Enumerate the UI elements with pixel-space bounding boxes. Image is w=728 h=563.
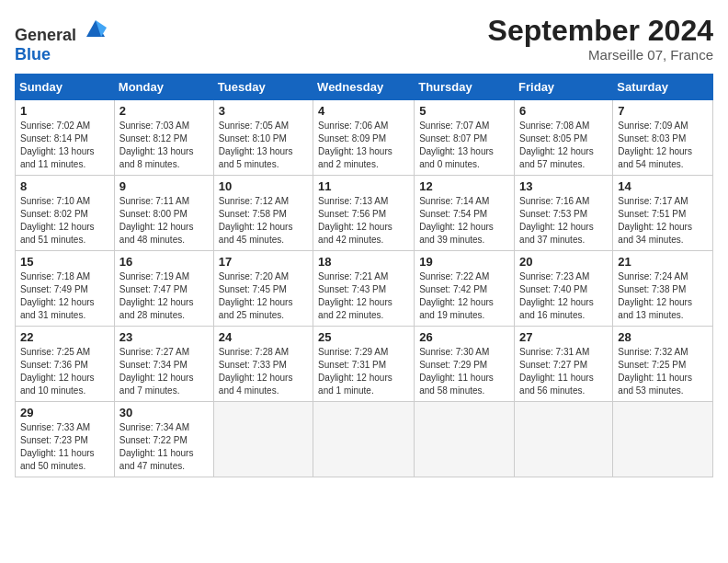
calendar-week-row: 29 Sunrise: 7:33 AM Sunset: 7:23 PM Dayl… — [16, 402, 713, 477]
day-detail: Sunrise: 7:09 AM Sunset: 8:03 PM Dayligh… — [618, 120, 708, 171]
day-number: 19 — [419, 255, 509, 269]
calendar-cell — [613, 402, 713, 477]
calendar-cell: 17 Sunrise: 7:20 AM Sunset: 7:45 PM Dayl… — [213, 251, 313, 327]
calendar-cell: 26 Sunrise: 7:30 AM Sunset: 7:29 PM Dayl… — [415, 327, 515, 402]
day-detail: Sunrise: 7:03 AM Sunset: 8:12 PM Dayligh… — [119, 120, 209, 171]
calendar-cell: 2 Sunrise: 7:03 AM Sunset: 8:12 PM Dayli… — [114, 100, 213, 176]
day-number: 26 — [419, 330, 509, 344]
day-detail: Sunrise: 7:16 AM Sunset: 7:53 PM Dayligh… — [519, 195, 608, 247]
day-detail: Sunrise: 7:13 AM Sunset: 7:56 PM Dayligh… — [318, 195, 409, 247]
col-tuesday: Tuesday — [213, 75, 313, 100]
location: Marseille 07, France — [488, 47, 713, 63]
day-number: 15 — [20, 255, 109, 269]
col-monday: Monday — [114, 75, 213, 100]
day-number: 14 — [618, 179, 708, 193]
calendar-cell: 13 Sunrise: 7:16 AM Sunset: 7:53 PM Dayl… — [515, 176, 613, 251]
day-number: 16 — [119, 255, 209, 269]
day-detail: Sunrise: 7:20 AM Sunset: 7:45 PM Dayligh… — [219, 270, 308, 322]
calendar-cell: 23 Sunrise: 7:27 AM Sunset: 7:34 PM Dayl… — [114, 327, 213, 402]
calendar-cell: 5 Sunrise: 7:07 AM Sunset: 8:07 PM Dayli… — [415, 100, 515, 176]
calendar-cell: 14 Sunrise: 7:17 AM Sunset: 7:51 PM Dayl… — [613, 176, 713, 251]
calendar-week-row: 8 Sunrise: 7:10 AM Sunset: 8:02 PM Dayli… — [16, 176, 713, 251]
day-number: 8 — [20, 179, 109, 193]
day-detail: Sunrise: 7:18 AM Sunset: 7:49 PM Dayligh… — [20, 270, 109, 322]
calendar-cell: 15 Sunrise: 7:18 AM Sunset: 7:49 PM Dayl… — [16, 251, 115, 327]
day-number: 2 — [119, 104, 209, 118]
day-detail: Sunrise: 7:08 AM Sunset: 8:05 PM Dayligh… — [519, 120, 608, 171]
day-detail: Sunrise: 7:27 AM Sunset: 7:34 PM Dayligh… — [119, 346, 209, 397]
day-number: 29 — [20, 406, 109, 419]
calendar-cell: 12 Sunrise: 7:14 AM Sunset: 7:54 PM Dayl… — [415, 176, 515, 251]
day-detail: Sunrise: 7:33 AM Sunset: 7:23 PM Dayligh… — [20, 421, 109, 473]
logo-text-general: General — [15, 26, 76, 44]
calendar-cell: 1 Sunrise: 7:02 AM Sunset: 8:14 PM Dayli… — [16, 100, 115, 176]
day-detail: Sunrise: 7:34 AM Sunset: 7:22 PM Dayligh… — [119, 421, 209, 473]
logo: General Blue — [15, 15, 108, 64]
calendar-week-row: 22 Sunrise: 7:25 AM Sunset: 7:36 PM Dayl… — [16, 327, 713, 402]
day-detail: Sunrise: 7:02 AM Sunset: 8:14 PM Dayligh… — [20, 120, 109, 171]
calendar-cell: 25 Sunrise: 7:29 AM Sunset: 7:31 PM Dayl… — [313, 327, 415, 402]
day-detail: Sunrise: 7:06 AM Sunset: 8:09 PM Dayligh… — [318, 120, 409, 171]
calendar-cell: 9 Sunrise: 7:11 AM Sunset: 8:00 PM Dayli… — [114, 176, 213, 251]
day-number: 24 — [219, 330, 308, 344]
calendar-header-row: Sunday Monday Tuesday Wednesday Thursday… — [16, 75, 713, 100]
calendar-cell: 7 Sunrise: 7:09 AM Sunset: 8:03 PM Dayli… — [613, 100, 713, 176]
calendar-cell: 22 Sunrise: 7:25 AM Sunset: 7:36 PM Dayl… — [16, 327, 115, 402]
day-detail: Sunrise: 7:05 AM Sunset: 8:10 PM Dayligh… — [219, 120, 308, 171]
day-number: 11 — [318, 179, 409, 193]
day-number: 3 — [219, 104, 308, 118]
day-number: 10 — [219, 179, 308, 193]
day-number: 25 — [318, 330, 409, 344]
month-title: September 2024 — [488, 15, 713, 47]
col-wednesday: Wednesday — [313, 75, 415, 100]
logo-icon — [83, 15, 108, 40]
calendar-cell — [213, 402, 313, 477]
day-number: 1 — [20, 104, 109, 118]
calendar-cell — [515, 402, 613, 477]
calendar-cell: 29 Sunrise: 7:33 AM Sunset: 7:23 PM Dayl… — [16, 402, 115, 477]
day-number: 4 — [318, 104, 409, 118]
calendar-cell: 8 Sunrise: 7:10 AM Sunset: 8:02 PM Dayli… — [16, 176, 115, 251]
day-detail: Sunrise: 7:22 AM Sunset: 7:42 PM Dayligh… — [419, 270, 509, 322]
day-number: 9 — [119, 179, 209, 193]
day-detail: Sunrise: 7:23 AM Sunset: 7:40 PM Dayligh… — [519, 270, 608, 322]
day-number: 12 — [419, 179, 509, 193]
calendar-cell: 19 Sunrise: 7:22 AM Sunset: 7:42 PM Dayl… — [415, 251, 515, 327]
calendar-cell: 10 Sunrise: 7:12 AM Sunset: 7:58 PM Dayl… — [213, 176, 313, 251]
calendar-cell: 21 Sunrise: 7:24 AM Sunset: 7:38 PM Dayl… — [613, 251, 713, 327]
day-number: 20 — [519, 255, 608, 269]
calendar-table: Sunday Monday Tuesday Wednesday Thursday… — [15, 74, 713, 477]
calendar-week-row: 15 Sunrise: 7:18 AM Sunset: 7:49 PM Dayl… — [16, 251, 713, 327]
calendar-cell: 20 Sunrise: 7:23 AM Sunset: 7:40 PM Dayl… — [515, 251, 613, 327]
calendar-cell: 4 Sunrise: 7:06 AM Sunset: 8:09 PM Dayli… — [313, 100, 415, 176]
day-detail: Sunrise: 7:21 AM Sunset: 7:43 PM Dayligh… — [318, 270, 409, 322]
day-number: 17 — [219, 255, 308, 269]
day-number: 18 — [318, 255, 409, 269]
calendar-cell: 18 Sunrise: 7:21 AM Sunset: 7:43 PM Dayl… — [313, 251, 415, 327]
day-number: 22 — [20, 330, 109, 344]
title-block: September 2024 Marseille 07, France — [488, 15, 713, 63]
day-number: 27 — [519, 330, 608, 344]
day-detail: Sunrise: 7:14 AM Sunset: 7:54 PM Dayligh… — [419, 195, 509, 247]
day-detail: Sunrise: 7:19 AM Sunset: 7:47 PM Dayligh… — [119, 270, 209, 322]
day-number: 7 — [618, 104, 708, 118]
col-sunday: Sunday — [16, 75, 115, 100]
day-detail: Sunrise: 7:24 AM Sunset: 7:38 PM Dayligh… — [618, 270, 708, 322]
day-detail: Sunrise: 7:30 AM Sunset: 7:29 PM Dayligh… — [419, 346, 509, 397]
day-detail: Sunrise: 7:28 AM Sunset: 7:33 PM Dayligh… — [219, 346, 308, 397]
day-number: 30 — [119, 406, 209, 419]
calendar-cell: 6 Sunrise: 7:08 AM Sunset: 8:05 PM Dayli… — [515, 100, 613, 176]
logo-text-blue: Blue — [15, 45, 51, 63]
calendar-cell — [313, 402, 415, 477]
day-detail: Sunrise: 7:10 AM Sunset: 8:02 PM Dayligh… — [20, 195, 109, 247]
calendar-week-row: 1 Sunrise: 7:02 AM Sunset: 8:14 PM Dayli… — [16, 100, 713, 176]
day-detail: Sunrise: 7:25 AM Sunset: 7:36 PM Dayligh… — [20, 346, 109, 397]
day-detail: Sunrise: 7:17 AM Sunset: 7:51 PM Dayligh… — [618, 195, 708, 247]
day-detail: Sunrise: 7:07 AM Sunset: 8:07 PM Dayligh… — [419, 120, 509, 171]
calendar-cell: 24 Sunrise: 7:28 AM Sunset: 7:33 PM Dayl… — [213, 327, 313, 402]
calendar-cell: 11 Sunrise: 7:13 AM Sunset: 7:56 PM Dayl… — [313, 176, 415, 251]
day-detail: Sunrise: 7:31 AM Sunset: 7:27 PM Dayligh… — [519, 346, 608, 397]
calendar-cell: 16 Sunrise: 7:19 AM Sunset: 7:47 PM Dayl… — [114, 251, 213, 327]
day-number: 21 — [618, 255, 708, 269]
col-thursday: Thursday — [415, 75, 515, 100]
